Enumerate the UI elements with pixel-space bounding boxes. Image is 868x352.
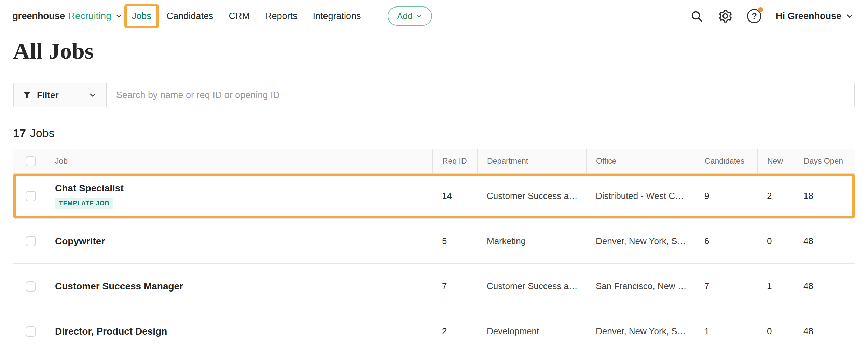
days-open-cell: 18: [794, 191, 855, 201]
req-id-cell: 7: [432, 281, 477, 292]
filter-button[interactable]: Filter: [14, 83, 107, 107]
chevron-down-icon: [416, 13, 423, 19]
department-cell: Development: [477, 326, 586, 337]
user-menu[interactable]: Hi Greenhouse: [776, 11, 854, 22]
new-cell: 0: [757, 236, 794, 246]
chevron-down-icon: [88, 91, 97, 99]
job-name-link[interactable]: Chat Specialist: [55, 183, 432, 194]
department-cell: Marketing: [477, 236, 586, 246]
row-checkbox[interactable]: [26, 191, 36, 201]
column-header-new: New: [757, 149, 794, 173]
add-button-label: Add: [397, 11, 412, 21]
topbar-actions: ? Hi Greenhouse: [690, 9, 854, 24]
office-cell: Distributed - West C…: [586, 191, 695, 201]
new-cell: 2: [757, 191, 794, 201]
department-cell: Customer Success a…: [477, 281, 586, 292]
days-open-cell: 48: [794, 236, 855, 246]
jobs-count-label: Jobs: [30, 126, 55, 140]
table-row-director-product-design[interactable]: Director, Product Design 2 Development D…: [13, 309, 855, 352]
column-header-days-open: Days Open: [794, 149, 855, 173]
top-navigation-bar: greenhouse Recruiting Jobs Candidates CR…: [0, 0, 868, 32]
column-header-req-id: Req ID: [432, 149, 477, 173]
add-button[interactable]: Add: [388, 6, 432, 26]
logo-product-text: Recruiting: [68, 11, 111, 22]
office-cell: Denver, New York, S…: [586, 236, 695, 246]
jobs-search-input[interactable]: [107, 83, 854, 107]
nav-item-crm[interactable]: CRM: [229, 11, 250, 22]
candidates-cell: 6: [695, 236, 757, 246]
chevron-down-icon: [845, 11, 854, 21]
main-content: All Jobs Filter 17 Jobs Job Req ID Depar…: [0, 38, 868, 352]
row-checkbox[interactable]: [26, 236, 36, 246]
table-row-customer-success-manager[interactable]: Customer Success Manager 7 Customer Succ…: [13, 264, 855, 309]
help-icon[interactable]: ?: [747, 9, 761, 23]
page-title: All Jobs: [13, 38, 855, 64]
select-all-checkbox[interactable]: [26, 156, 36, 166]
req-id-cell: 5: [432, 236, 477, 246]
column-header-office: Office: [586, 149, 695, 173]
column-header-department: Department: [477, 149, 586, 173]
table-header-row: Job Req ID Department Office Candidates …: [13, 149, 855, 174]
new-cell: 1: [757, 281, 794, 292]
column-header-candidates: Candidates: [695, 149, 757, 173]
job-name-link[interactable]: Customer Success Manager: [55, 281, 432, 292]
greenhouse-logo[interactable]: greenhouse Recruiting: [12, 11, 123, 22]
row-checkbox[interactable]: [26, 326, 36, 337]
nav-item-reports[interactable]: Reports: [265, 11, 298, 22]
notification-dot: [758, 7, 763, 12]
logo-brand-text: greenhouse: [12, 11, 65, 22]
job-name-link[interactable]: Copywriter: [55, 236, 432, 247]
column-header-job: Job: [48, 149, 432, 173]
row-checkbox[interactable]: [26, 281, 36, 292]
nav-item-candidates[interactable]: Candidates: [167, 11, 213, 22]
jobs-table: Job Req ID Department Office Candidates …: [13, 149, 855, 352]
job-name-link[interactable]: Director, Product Design: [55, 326, 432, 337]
search-icon[interactable]: [690, 9, 703, 23]
jobs-count-number: 17: [13, 126, 26, 140]
template-job-badge: TEMPLATE JOB: [55, 198, 113, 209]
chevron-down-icon: [115, 12, 123, 20]
filter-button-label: Filter: [37, 90, 59, 100]
new-cell: 0: [757, 326, 794, 337]
nav-item-jobs[interactable]: Jobs: [132, 11, 151, 22]
main-navigation: Jobs Candidates CRM Reports Integrations: [132, 11, 361, 22]
days-open-cell: 48: [794, 326, 855, 337]
candidates-cell: 9: [695, 191, 757, 201]
table-row-chat-specialist[interactable]: Chat Specialist TEMPLATE JOB 14 Customer…: [13, 174, 855, 219]
filter-search-bar: Filter: [13, 83, 855, 107]
office-cell: San Francisco, New …: [586, 281, 695, 292]
days-open-cell: 48: [794, 281, 855, 292]
annotation-highlight-jobs-tab: Jobs: [132, 11, 151, 22]
department-cell: Customer Success a…: [477, 191, 586, 201]
req-id-cell: 14: [432, 191, 477, 201]
user-name: Hi Greenhouse: [776, 11, 841, 22]
table-row-copywriter[interactable]: Copywriter 5 Marketing Denver, New York,…: [13, 219, 855, 264]
nav-item-integrations[interactable]: Integrations: [313, 11, 361, 22]
filter-funnel-icon: [23, 91, 31, 99]
settings-gear-icon[interactable]: [718, 9, 733, 24]
candidates-cell: 7: [695, 281, 757, 292]
jobs-count: 17 Jobs: [13, 126, 855, 140]
office-cell: Denver, New York, S…: [586, 326, 695, 337]
req-id-cell: 2: [432, 326, 477, 337]
candidates-cell: 1: [695, 326, 757, 337]
